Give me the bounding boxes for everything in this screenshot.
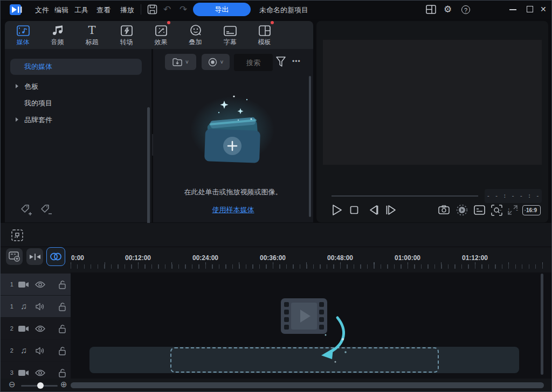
aspect-ratio-button[interactable]: 16:9 xyxy=(522,205,541,215)
tab-transition[interactable]: 转场 xyxy=(114,23,139,47)
zoom-out-icon[interactable]: ⊖ xyxy=(9,380,16,389)
timeline-settings-button[interactable] xyxy=(9,227,25,243)
play-icon[interactable] xyxy=(332,204,342,216)
visibility-eye-icon[interactable] xyxy=(35,281,45,288)
track-number: 3 xyxy=(8,369,15,376)
import-media-button[interactable]: ˅ xyxy=(165,54,196,70)
snap-button[interactable] xyxy=(26,248,43,265)
timeline-canvas[interactable] xyxy=(71,272,552,379)
timeline-adjust-icon xyxy=(11,229,24,242)
lock-open-icon[interactable] xyxy=(58,368,66,377)
lock-open-icon[interactable] xyxy=(58,302,66,311)
sidebar-item-my-media[interactable]: 我的媒体 xyxy=(10,59,142,75)
menu-tools[interactable]: 工具 xyxy=(74,5,88,15)
track-number: 1 xyxy=(8,281,15,288)
lock-open-icon[interactable] xyxy=(58,324,66,333)
zoom-slider-thumb[interactable] xyxy=(37,382,44,389)
mute-speaker-icon[interactable] xyxy=(36,347,45,355)
auto-ripple-link-button[interactable] xyxy=(46,247,65,266)
menu-play[interactable]: 播放 xyxy=(120,5,134,15)
drop-zone[interactable] xyxy=(170,347,439,373)
save-icon[interactable] xyxy=(147,4,157,15)
next-frame-icon[interactable] xyxy=(385,205,396,215)
previous-frame-icon[interactable] xyxy=(368,205,379,215)
track-header-video-2[interactable]: 2 xyxy=(1,318,71,339)
empty-folder-illustration[interactable] xyxy=(187,87,278,173)
menu-edit[interactable]: 编辑 xyxy=(54,5,68,15)
sidebar-item-my-projects[interactable]: 我的项目 xyxy=(10,95,142,111)
manage-tracks-button[interactable] xyxy=(6,248,23,265)
tab-subtitle[interactable]: 字幕 xyxy=(217,23,243,47)
audio-icon xyxy=(52,24,64,36)
lock-open-icon[interactable] xyxy=(58,280,66,289)
zoom-in-icon[interactable]: ⊕ xyxy=(60,380,67,389)
record-button[interactable]: ˅ xyxy=(202,54,230,70)
lock-open-icon[interactable] xyxy=(58,346,66,355)
track-number: 2 xyxy=(8,347,15,354)
track-header-video-3[interactable]: 3 xyxy=(1,362,71,379)
track-header-video-1[interactable]: 1 xyxy=(1,274,71,295)
zoom-fit-icon[interactable] xyxy=(491,205,502,216)
overlay-icon xyxy=(190,24,202,36)
title-bar: 文件 编辑 工具 查看 播放 ↶ ↷ 导出 未命名的新项目 ⚙ ? ✕ xyxy=(1,1,551,19)
close-button[interactable]: ✕ xyxy=(540,5,547,13)
preview-seek-bar[interactable] xyxy=(332,195,478,197)
track-header-audio-2[interactable]: 2 ♫ xyxy=(1,340,71,361)
menu-view[interactable]: 查看 xyxy=(96,5,111,15)
tab-audio[interactable]: 音频 xyxy=(45,23,70,47)
tab-media[interactable]: 媒体 xyxy=(10,23,36,47)
timeline-toolbar-divider xyxy=(1,247,552,247)
ruler-label: 01:12:00 xyxy=(456,254,494,262)
search-input[interactable] xyxy=(234,54,273,71)
tab-template[interactable]: 模板 xyxy=(252,23,277,47)
export-button[interactable]: 导出 xyxy=(193,3,251,16)
settings-gear-icon[interactable]: ⚙ xyxy=(444,4,452,15)
maximize-button[interactable] xyxy=(527,6,533,12)
link-rings-icon xyxy=(50,252,62,261)
ruler-minor-ticks[interactable] xyxy=(71,264,546,269)
marker-list-icon[interactable] xyxy=(474,205,485,215)
minimize-button[interactable] xyxy=(509,9,516,10)
tab-effects[interactable]: 效果 xyxy=(148,23,174,47)
timeline-horizontal-scrollbar[interactable] xyxy=(71,382,544,388)
media-panel-scrollbar[interactable] xyxy=(309,76,311,217)
help-icon[interactable]: ? xyxy=(461,5,470,14)
empty-state-text: 在此处单击或拖放视频或图像。 xyxy=(153,187,313,197)
filter-funnel-icon[interactable] xyxy=(276,57,286,67)
undo-icon[interactable]: ↶ xyxy=(163,4,171,15)
layout-icon[interactable] xyxy=(426,5,436,14)
sidebar-item-color-board[interactable]: 色板 xyxy=(10,79,142,95)
record-icon xyxy=(208,58,217,67)
library-sidebar: 我的媒体 色板 我的项目 品牌套件 xyxy=(5,49,151,222)
video-preview-screen xyxy=(323,40,542,165)
title-icon: T xyxy=(88,24,95,36)
use-sample-media-link[interactable]: 使用样本媒体 xyxy=(153,205,313,215)
media-tab-bar: 媒体 音频 T 标题 转场 xyxy=(5,21,313,49)
add-tag-icon[interactable] xyxy=(20,204,33,216)
fullscreen-icon[interactable] xyxy=(507,205,518,215)
track-header-audio-1[interactable]: 1 ♫ xyxy=(1,296,71,317)
snap-icon xyxy=(29,253,41,261)
visibility-eye-icon[interactable] xyxy=(35,369,45,376)
mute-speaker-icon[interactable] xyxy=(36,303,45,311)
track-number: 1 xyxy=(8,303,15,310)
tab-title[interactable]: T 标题 xyxy=(79,23,105,47)
tab-label: 字幕 xyxy=(224,38,237,47)
timeline-vertical-scrollbar[interactable] xyxy=(541,274,543,375)
tab-label: 效果 xyxy=(155,38,168,47)
menu-file[interactable]: 文件 xyxy=(35,5,49,15)
render-preview-icon[interactable] xyxy=(456,204,468,216)
expand-arrow-icon[interactable] xyxy=(16,84,18,88)
tab-overlay[interactable]: 叠加 xyxy=(183,23,208,47)
sidebar-item-brand-kit[interactable]: 品牌套件 xyxy=(10,112,142,128)
template-icon xyxy=(259,25,271,36)
stop-icon[interactable] xyxy=(350,206,358,214)
more-options-icon[interactable]: ••• xyxy=(292,58,301,65)
remove-tag-icon[interactable] xyxy=(40,204,53,216)
snapshot-camera-icon[interactable] xyxy=(438,205,450,214)
titlebar-separator xyxy=(141,4,141,15)
expand-arrow-icon[interactable] xyxy=(16,117,18,122)
video-track-icon xyxy=(18,325,29,332)
visibility-eye-icon[interactable] xyxy=(35,325,45,332)
redo-icon[interactable]: ↷ xyxy=(180,4,187,15)
